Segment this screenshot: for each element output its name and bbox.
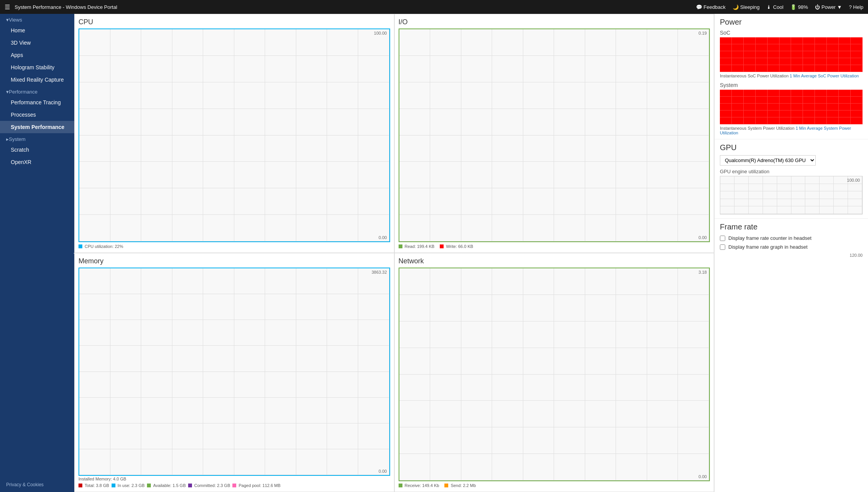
frame-rate-graph-label: Display frame rate graph in headset (728, 244, 808, 250)
sidebar-item-scratch[interactable]: Scratch (0, 144, 74, 156)
system-power-legend: Instantaneous System Power Utilization 1… (720, 126, 863, 135)
gpu-chart-max: 100.00 (847, 178, 860, 182)
checkbox-row-1: Display frame rate counter in headset (720, 235, 863, 241)
network-panel: Network 3.18 0.00 (394, 253, 714, 492)
cpu-legend-text: CPU utilization: 22% (85, 244, 123, 249)
network-chart-min: 0.00 (699, 474, 707, 479)
io-write-text: Write: 66.0 KB (446, 244, 473, 249)
soc-power-chart (720, 37, 863, 72)
net-send-text: Send: 2.2 Mb (451, 483, 476, 488)
net-receive-dot (399, 484, 402, 487)
feedback-button[interactable]: 💬 Feedback (696, 4, 726, 10)
system-power-chart (720, 90, 863, 124)
io-read-text: Read: 199.4 KB (405, 244, 435, 249)
frame-rate-chart-value: 120.00 (720, 253, 863, 258)
sidebar-item-mixed-reality-capture[interactable]: Mixed Reality Capture (0, 74, 74, 86)
io-panel-title: I/O (399, 18, 710, 26)
memory-chart-min: 0.00 (379, 469, 387, 474)
main-layout: ◀ ▾Views Home 3D View Apps Hologram Stab… (0, 14, 868, 492)
mem-avail-label: Available: 1.5 GB (153, 483, 186, 488)
memory-legend: Total: 3.8 GB In use: 2.3 GB Available: … (78, 483, 390, 488)
mem-committed-label: Committed: 2.3 GB (194, 483, 230, 488)
sidebar-section-views[interactable]: ▾Views (0, 14, 74, 24)
io-write-dot (440, 244, 444, 248)
sidebar-section-performance[interactable]: ▾Performance (0, 86, 74, 96)
sleeping-icon: 🌙 (733, 4, 739, 10)
io-legend: Read: 199.4 KB Write: 66.0 KB (399, 244, 710, 249)
soc-label: SoC (720, 30, 863, 36)
sidebar-item-system-performance[interactable]: System Performance (0, 121, 74, 133)
soc-avg-link[interactable]: 1 Min Average SoC Power Utilization (790, 74, 859, 78)
io-chart-min: 0.00 (699, 235, 707, 240)
toolbar: 💬 Feedback 🌙 Sleeping 🌡 Cool 🔋 98% ⏻ Pow… (696, 4, 863, 10)
mem-inuse-dot (112, 484, 115, 487)
sidebar-item-processes[interactable]: Processes (0, 109, 74, 121)
battery-indicator: 🔋 98% (790, 4, 808, 10)
sidebar-collapse-button[interactable]: ◀ (71, 245, 74, 261)
net-receive-text: Receive: 149.4 Kb (405, 483, 439, 488)
privacy-cookies-link[interactable]: Privacy & Cookies (0, 477, 74, 492)
io-chart-grid (399, 29, 709, 241)
memory-installed: Installed Memory: 4.0 GB (78, 477, 390, 481)
page-title: System Performance - Windows Device Port… (15, 4, 696, 10)
sidebar-item-home[interactable]: Home (0, 24, 74, 37)
soc-chart-grid (720, 37, 863, 72)
network-chart-max: 3.18 (699, 270, 707, 274)
frame-rate-section: Frame rate Display frame rate counter in… (714, 219, 868, 261)
sidebar-item-apps[interactable]: Apps (0, 49, 74, 61)
gpu-title: GPU (720, 143, 863, 152)
mem-paged-label: Paged pool: 112.6 MB (239, 483, 280, 488)
mem-paged-dot (232, 484, 236, 487)
cpu-panel-title: CPU (78, 18, 390, 26)
frame-rate-graph-checkbox[interactable] (720, 244, 725, 250)
sidebar-item-hologram-stability[interactable]: Hologram Stability (0, 61, 74, 74)
mem-committed-dot (188, 484, 192, 487)
system-power-label: System (720, 82, 863, 88)
gpu-engine-label: GPU engine utilization (720, 169, 863, 174)
cpu-panel: CPU 100.00 0.00 (74, 14, 394, 253)
right-panel: Power SoC Instantaneous SoC Power Utiliz… (714, 14, 868, 492)
net-send-dot (444, 484, 448, 487)
battery-icon: 🔋 (790, 4, 796, 10)
io-panel: I/O 0.19 0.00 (394, 14, 714, 253)
menu-icon[interactable]: ☰ (5, 3, 10, 11)
titlebar: ☰ System Performance - Windows Device Po… (0, 0, 868, 14)
gpu-dropdown[interactable]: Qualcomm(R) Adreno(TM) 630 GPU (720, 155, 816, 166)
sleeping-button[interactable]: 🌙 Sleeping (733, 4, 760, 10)
io-chart: 0.19 0.00 (399, 28, 710, 242)
gpu-engine-chart: 100.00 (720, 176, 863, 214)
frame-rate-counter-label: Display frame rate counter in headset (728, 235, 811, 241)
mem-total-dot (78, 484, 82, 487)
memory-panel-title: Memory (78, 257, 390, 265)
sidebar-section-system[interactable]: ▸System (0, 133, 74, 144)
frame-rate-counter-checkbox[interactable] (720, 236, 725, 241)
system-chart-grid (720, 90, 863, 124)
help-button[interactable]: ? Help (849, 4, 863, 10)
sidebar-item-openxr[interactable]: OpenXR (0, 156, 74, 168)
network-chart-grid (399, 268, 709, 480)
gpu-chart-grid (720, 176, 862, 214)
sidebar-item-3dview[interactable]: 3D View (0, 37, 74, 49)
main-panels: CPU 100.00 0.00 (74, 14, 714, 492)
network-chart: 3.18 0.00 (399, 268, 710, 481)
power-section: Power SoC Instantaneous SoC Power Utiliz… (714, 14, 868, 139)
power-icon: ⏻ (815, 4, 820, 10)
memory-chart-max: 3863.32 (372, 270, 387, 274)
sidebar: ◀ ▾Views Home 3D View Apps Hologram Stab… (0, 14, 74, 492)
feedback-icon: 💬 (696, 4, 702, 10)
memory-chart: 3863.32 0.00 (78, 268, 390, 476)
power-title: Power (720, 18, 863, 27)
mem-avail-dot (147, 484, 151, 487)
content-area: CPU 100.00 0.00 (74, 14, 868, 492)
network-legend: Receive: 149.4 Kb Send: 2.2 Mb (399, 483, 710, 488)
memory-chart-grid (79, 268, 389, 475)
cpu-chart-max: 100.00 (374, 31, 387, 35)
network-panel-title: Network (399, 257, 710, 265)
sidebar-item-performance-tracing[interactable]: Performance Tracing (0, 96, 74, 109)
power-button[interactable]: ⏻ Power ▼ (815, 4, 842, 10)
frame-rate-title: Frame rate (720, 223, 863, 231)
soc-power-legend: Instantaneous SoC Power Utilization 1 Mi… (720, 74, 863, 78)
cpu-legend: CPU utilization: 22% (78, 244, 390, 249)
memory-panel: Memory 3863.32 0.00 Installe (74, 253, 394, 492)
cool-button[interactable]: 🌡 Cool (766, 4, 783, 10)
